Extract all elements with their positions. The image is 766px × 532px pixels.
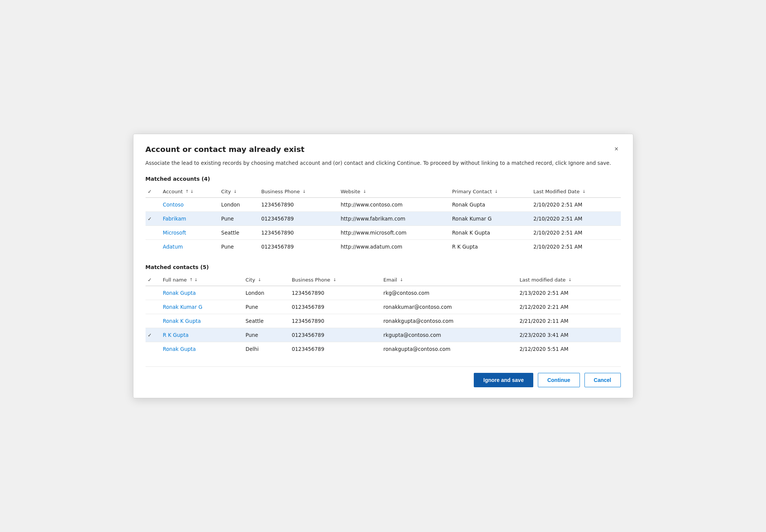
accounts-row-account[interactable]: Adatum: [159, 240, 218, 254]
contacts-row[interactable]: Ronak Gupta London 1234567890 rkg@contos…: [146, 286, 621, 300]
contacts-row-phone: 0123456789: [288, 328, 380, 342]
accounts-row-city: London: [218, 198, 258, 212]
contacts-row-last-modified: 2/23/2020 3:41 AM: [516, 328, 621, 342]
contacts-row-phone: 0123456789: [288, 300, 380, 314]
contacts-row-phone: 1234567890: [288, 314, 380, 328]
continue-button[interactable]: Continue: [538, 373, 580, 387]
accounts-account-header[interactable]: Account ↑ ↓: [159, 186, 218, 198]
accounts-last-modified-header[interactable]: Last Modified Date ↓: [529, 186, 620, 198]
accounts-row-primary-contact: Ronak Kumar G: [448, 212, 529, 226]
contacts-row-fullname[interactable]: Ronak K Gupta: [159, 314, 242, 328]
accounts-row[interactable]: ✓ Fabrikam Pune 0123456789 http://www.fa…: [146, 212, 621, 226]
accounts-row-last-modified: 2/10/2020 2:51 AM: [529, 240, 620, 254]
dialog-footer: Ignore and save Continue Cancel: [146, 366, 621, 387]
contacts-row-last-modified: 2/12/2020 2:21 AM: [516, 300, 621, 314]
accounts-row-primary-contact: R K Gupta: [448, 240, 529, 254]
contacts-row-last-modified: 2/13/2020 2:51 AM: [516, 286, 621, 300]
accounts-row-website: http://www.fabrikam.com: [337, 212, 448, 226]
contacts-row-city: Delhi: [242, 342, 288, 356]
accounts-row-account[interactable]: Microsoft: [159, 226, 218, 240]
contacts-row[interactable]: ✓ R K Gupta Pune 0123456789 rkgupta@cont…: [146, 328, 621, 342]
contacts-row-fullname[interactable]: Ronak Gupta: [159, 286, 242, 300]
contacts-row-check[interactable]: ✓: [146, 328, 159, 342]
contacts-row-email: ronakkgupta@contoso.com: [380, 314, 516, 328]
contacts-row-email: ronakgupta@contoso.com: [380, 342, 516, 356]
accounts-row-check[interactable]: [146, 240, 159, 254]
contacts-email-header[interactable]: Email ↓: [380, 274, 516, 286]
contacts-row-fullname[interactable]: R K Gupta: [159, 328, 242, 342]
accounts-row-primary-contact: Ronak Gupta: [448, 198, 529, 212]
accounts-row-last-modified: 2/10/2020 2:51 AM: [529, 226, 620, 240]
accounts-primary-contact-header[interactable]: Primary Contact ↓: [448, 186, 529, 198]
accounts-table: ✓ Account ↑ ↓ City ↓: [146, 186, 621, 253]
accounts-row-check[interactable]: [146, 198, 159, 212]
contacts-row-email: rkgupta@contoso.com: [380, 328, 516, 342]
accounts-row-phone: 1234567890: [257, 226, 337, 240]
duplicate-detection-dialog: Account or contact may already exist × A…: [133, 134, 633, 398]
accounts-header-row: ✓ Account ↑ ↓ City ↓: [146, 186, 621, 198]
contacts-row-check[interactable]: [146, 300, 159, 314]
contacts-row-fullname[interactable]: Ronak Kumar G: [159, 300, 242, 314]
contacts-row-check[interactable]: [146, 286, 159, 300]
accounts-phone-header[interactable]: Business Phone ↓: [257, 186, 337, 198]
contacts-last-modified-header[interactable]: Last modified date ↓: [516, 274, 621, 286]
accounts-row-primary-contact: Ronak K Gupta: [448, 226, 529, 240]
contacts-row-check[interactable]: [146, 342, 159, 356]
ignore-save-button[interactable]: Ignore and save: [474, 373, 533, 387]
accounts-row-check[interactable]: [146, 226, 159, 240]
accounts-row-phone: 0123456789: [257, 212, 337, 226]
accounts-row[interactable]: Contoso London 1234567890 http://www.con…: [146, 198, 621, 212]
contacts-row-email: rkg@contoso.com: [380, 286, 516, 300]
accounts-section-title: Matched accounts (4): [146, 176, 621, 182]
contacts-row-last-modified: 2/21/2020 2:11 AM: [516, 314, 621, 328]
accounts-row-account[interactable]: Fabrikam: [159, 212, 218, 226]
contacts-row[interactable]: Ronak Kumar G Pune 0123456789 ronakkumar…: [146, 300, 621, 314]
contacts-row-check[interactable]: [146, 314, 159, 328]
contacts-row-city: Pune: [242, 328, 288, 342]
contacts-row-phone: 0123456789: [288, 342, 380, 356]
close-button[interactable]: ×: [612, 145, 621, 153]
contacts-row-phone: 1234567890: [288, 286, 380, 300]
accounts-row-phone: 0123456789: [257, 240, 337, 254]
contacts-row-email: ronakkumar@contoso.com: [380, 300, 516, 314]
accounts-row-city: Pune: [218, 212, 258, 226]
contacts-table: ✓ Full name ↑ ↓ City ↓: [146, 274, 621, 356]
accounts-website-header[interactable]: Website ↓: [337, 186, 448, 198]
contacts-row-last-modified: 2/12/2020 5:51 AM: [516, 342, 621, 356]
accounts-row[interactable]: Adatum Pune 0123456789 http://www.adatum…: [146, 240, 621, 254]
dialog-description: Associate the lead to existing records b…: [146, 159, 621, 167]
dialog-header: Account or contact may already exist ×: [146, 145, 621, 154]
accounts-row[interactable]: Microsoft Seattle 1234567890 http://www.…: [146, 226, 621, 240]
accounts-row-city: Seattle: [218, 226, 258, 240]
contacts-row-city: London: [242, 286, 288, 300]
contacts-fullname-header[interactable]: Full name ↑ ↓: [159, 274, 242, 286]
accounts-row-last-modified: 2/10/2020 2:51 AM: [529, 198, 620, 212]
contacts-section-title: Matched contacts (5): [146, 264, 621, 270]
accounts-row-website: http://www.microsoft.com: [337, 226, 448, 240]
accounts-row-city: Pune: [218, 240, 258, 254]
contacts-row[interactable]: Ronak Gupta Delhi 0123456789 ronakgupta@…: [146, 342, 621, 356]
contacts-section: Matched contacts (5) ✓ Full name ↑ ↓: [146, 264, 621, 356]
accounts-section: Matched accounts (4) ✓ Account ↑ ↓: [146, 176, 621, 253]
accounts-row-account[interactable]: Contoso: [159, 198, 218, 212]
accounts-check-header: ✓: [146, 186, 159, 198]
contacts-row-city: Seattle: [242, 314, 288, 328]
contacts-check-header: ✓: [146, 274, 159, 286]
cancel-button[interactable]: Cancel: [584, 373, 621, 387]
contacts-row-fullname[interactable]: Ronak Gupta: [159, 342, 242, 356]
accounts-row-website: http://www.adatum.com: [337, 240, 448, 254]
contacts-phone-header[interactable]: Business Phone ↓: [288, 274, 380, 286]
accounts-row-phone: 1234567890: [257, 198, 337, 212]
accounts-row-check[interactable]: ✓: [146, 212, 159, 226]
contacts-header-row: ✓ Full name ↑ ↓ City ↓: [146, 274, 621, 286]
accounts-row-last-modified: 2/10/2020 2:51 AM: [529, 212, 620, 226]
dialog-title: Account or contact may already exist: [146, 145, 305, 154]
contacts-row[interactable]: Ronak K Gupta Seattle 1234567890 ronakkg…: [146, 314, 621, 328]
accounts-row-website: http://www.contoso.com: [337, 198, 448, 212]
contacts-city-header[interactable]: City ↓: [242, 274, 288, 286]
accounts-city-header[interactable]: City ↓: [218, 186, 258, 198]
contacts-row-city: Pune: [242, 300, 288, 314]
